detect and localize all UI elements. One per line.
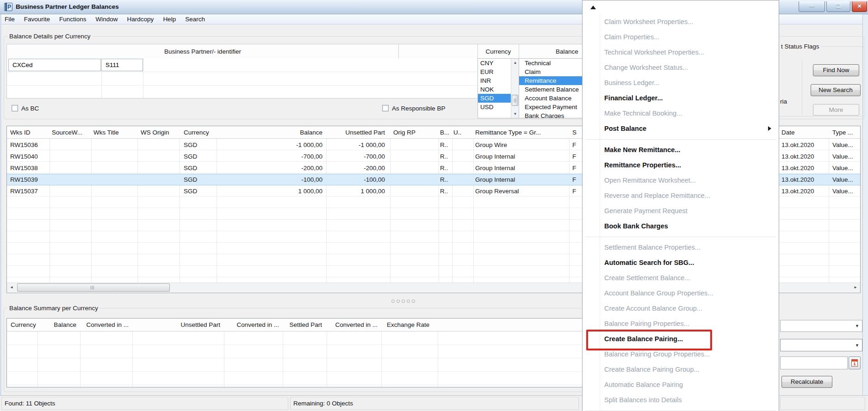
menu-item-balance-pairing-properties[interactable]: Balance Pairing Properties... [583,316,779,331]
menu-scroll-up[interactable] [583,0,779,14]
menu-item-make-new-remittance[interactable]: Make New Remittance... [583,142,779,158]
criteria-divider [802,59,802,115]
window-left-border [0,14,1,411]
scroll-up-icon[interactable]: ▲ [511,59,519,67]
col-sourcew[interactable]: SourceW... [52,126,89,138]
scroll-up-icon [590,6,596,9]
col-wks-title[interactable]: Wks Title [93,126,135,138]
balance-summary-label: Balance Summary per Currency [7,305,100,312]
sum-col-converted-3[interactable]: Converted in ... [327,319,378,331]
menu-item-generate-payment-request[interactable]: Generate Payment Request [583,203,779,219]
sum-col-balance[interactable]: Balance [37,319,76,331]
menu-item-create-balance-pairing[interactable]: Create Balance Pairing... [583,331,779,347]
recalculate-button[interactable]: Recalculate [781,376,832,388]
menu-favourite[interactable]: Favourite [19,14,55,25]
scroll-down-icon[interactable]: ▼ [511,110,519,118]
as-bc-label: As BC [21,105,39,112]
minimize-button[interactable]: — [799,1,825,12]
calendar-button[interactable]: 1 [849,356,861,369]
menu-item-claim-properties[interactable]: Claim Properties... [583,30,779,45]
chevron-down-icon: ▼ [855,343,859,347]
col-ws-origin[interactable]: WS Origin [141,126,180,138]
menu-item-change-worksheet-status[interactable]: Change Worksheet Status... [583,60,779,75]
col-remittance-type[interactable]: Remittance Type = Gr... [475,126,568,138]
menu-item-automatic-search-for-sbg[interactable]: Automatic Search for SBG... [583,255,779,270]
menu-item-create-account-balance-group[interactable]: Create Account Balance Group... [583,301,779,316]
balance-details-label: Balance Details per Currency [7,33,93,40]
col-currency[interactable]: Currency [184,126,214,138]
window-title: Business Partner Ledger Balances [16,3,119,10]
bp-identifier-header-blank [398,44,478,59]
sum-col-currency[interactable]: Currency [11,319,37,331]
menu-item-automatic-balance-pairing[interactable]: Automatic Balance Pairing [583,377,779,393]
col-balance[interactable]: Balance [257,126,322,138]
new-search-button[interactable]: New Search [811,84,861,96]
pane-splitter[interactable] [391,300,415,303]
menu-item-balance-pairing-group-properties[interactable]: Balance Pairing Group Properties... [583,347,779,362]
menu-item-account-balance-group-properties[interactable]: Account Balance Group Properties... [583,286,779,301]
col-u[interactable]: U.. [453,126,471,138]
col-unsettled-part[interactable]: Unsettled Part [329,126,385,138]
menu-item-split-balances-into-details[interactable]: Split Balances into Details [583,393,779,408]
bp-grid-line [7,72,477,72]
status-flags-label: t Status Flags [779,43,821,50]
splitter-dot [397,300,400,303]
conversion-dropdown[interactable]: ▼ [780,339,862,351]
bp-identifier-header[interactable]: Business Partner/- identifier [6,44,399,59]
menu-search[interactable]: Search [180,14,210,25]
menu-window[interactable]: Window [91,14,123,25]
as-responsible-bp-checkbox[interactable] [382,105,389,111]
rate-date-input[interactable] [780,356,848,369]
col-date[interactable]: Date [781,126,827,138]
menu-item-make-technical-booking[interactable]: Make Technical Booking... [583,106,779,121]
bp-id-cell[interactable]: S111 [101,59,143,71]
menu-item-settlement-balance-properties[interactable]: Settlement Balance Properties... [583,240,779,255]
summary-currency-dropdown[interactable]: ▼ [780,320,862,332]
currency-scrollbar[interactable]: ▲ ▼ [511,59,519,118]
scroll-left-icon[interactable]: ◄ [7,283,16,292]
menu-functions[interactable]: Functions [55,14,91,25]
menu-item-book-bank-charges[interactable]: Book Bank Charges [583,219,779,234]
sum-col-settled[interactable]: Settled Part [283,319,322,331]
sum-col-converted-1[interactable]: Converted in ... [80,319,129,331]
menu-item-claim-worksheet-properties[interactable]: Claim Worksheet Properties... [583,14,779,30]
menu-item-business-ledger[interactable]: Business Ledger... [583,75,779,91]
menu-item-open-remittance-worksheet[interactable]: Open Remittance Worksheet... [583,173,779,188]
menu-file[interactable]: File [0,14,19,25]
bp-grid-line [143,58,143,98]
menu-item-create-balance-pairing-group[interactable]: Create Balance Pairing Group... [583,362,779,377]
menu-item-post-balance[interactable]: Post Balance [583,121,779,136]
menu-item-financial-ledger[interactable]: Financial Ledger... [583,91,779,106]
menu-item-technical-worksheet-properties[interactable]: Technical Worksheet Properties... [583,45,779,60]
menu-item-reverse-and-replace-remittance[interactable]: Reverse and Replace Remittance... [583,188,779,203]
menu-hardcopy[interactable]: Hardcopy [123,14,159,25]
currency-list: CNY EUR INR NOK SGD USD ▲ ▼ [477,58,519,118]
currency-scrollbar-thumb[interactable] [512,95,518,106]
scrollbar-thumb[interactable] [17,283,170,292]
bp-name-cell[interactable]: CXCed [8,59,101,71]
close-button[interactable]: ✕ [852,1,867,12]
scroll-right-icon[interactable]: ► [851,283,860,292]
status-remaining: Remaining: 0 Objects [290,397,579,410]
status-extra [780,397,865,410]
menu-item-create-settlement-balance[interactable]: Create Settlement Balance... [583,270,779,286]
calendar-icon: 1 [851,359,858,367]
menu-help[interactable]: Help [158,14,180,25]
col-orig-rp[interactable]: Orig RP [393,126,433,138]
application-window: P Business Partner Ledger Balances — ❐ ✕… [0,0,868,411]
status-found: Found: 11 Objects [1,397,288,410]
menu-separator [585,139,776,140]
sum-col-unsettled[interactable]: Unsettled Part [132,319,220,331]
col-wks-id[interactable]: Wks ID [10,126,47,138]
splitter-dot [407,300,410,303]
sum-col-exchange-rate[interactable]: Exchange Rate [387,319,440,331]
find-now-button[interactable]: Find Now [813,64,859,76]
as-bc-checkbox[interactable] [12,105,18,111]
more-button[interactable]: More [813,104,859,116]
col-b[interactable]: B... [440,126,452,138]
sum-col-converted-2[interactable]: Converted in ... [224,319,279,331]
currency-list-header[interactable]: Currency [477,44,519,59]
menu-item-remittance-properties[interactable]: Remittance Properties... [583,158,779,173]
restore-button[interactable]: ❐ [826,1,850,12]
col-type[interactable]: Type ... [832,126,860,138]
